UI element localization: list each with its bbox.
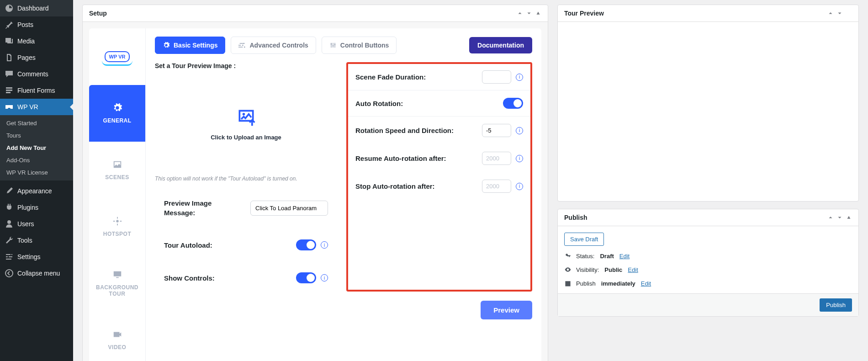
setup-panel-header: Setup [83,5,548,22]
image-icon [112,159,122,170]
monitor-icon [112,270,122,280]
nav-hotspot[interactable]: HOTSPOT [89,198,145,255]
fade-duration-row: Scene Fade Duration: i [348,64,530,90]
video-icon [112,329,122,340]
auto-rotation-toggle[interactable] [503,98,523,109]
sidebar-item-posts[interactable]: Posts [0,16,73,33]
tab-basic-settings[interactable]: Basic Settings [155,37,225,54]
documentation-button[interactable]: Documentation [469,37,532,53]
sidebar-item-users[interactable]: Users [0,216,73,232]
stop-input[interactable] [482,180,511,193]
preview-image-label: Set a Tour Preview Image : [155,62,337,69]
setup-title: Setup [89,10,107,17]
chevron-down-icon[interactable] [526,10,532,16]
preview-message-card: Preview Image Message: [155,190,337,226]
left-settings: Set a Tour Preview Image : Click to Uplo… [155,62,337,292]
triangle-up-icon[interactable] [846,214,852,221]
sidebar-item-appearance[interactable]: Appearance [0,183,73,199]
publish-panel: Publish Save Draft Status: Draft Edit [557,209,859,317]
status-row: Status: Draft Edit [564,252,852,260]
svg-point-4 [244,47,245,48]
upload-hint: This option will not work if the "Tour A… [155,175,337,182]
sidebar-item-pages[interactable]: Pages [0,49,73,66]
tab-label: Control Buttons [340,42,389,49]
tour-preview-header: Tour Preview [558,5,858,22]
help-icon[interactable]: i [516,183,523,190]
svg-point-6 [333,45,334,47]
fade-label: Scene Fade Duration: [355,73,426,81]
preview-msg-input[interactable] [250,201,328,216]
help-icon[interactable]: i [516,155,523,162]
sidebar-item-wp-vr[interactable]: WP VR [0,99,73,115]
svg-point-0 [5,270,13,277]
tab-control-buttons[interactable]: Control Buttons [322,37,397,54]
setup-body: WP VR GENERAL SCENES HOTSPOT [83,22,548,361]
chevron-up-icon[interactable] [827,10,834,16]
preview-msg-label: Preview Image Message: [164,198,228,218]
sidebar-submenu: Get Started Tours Add New Tour Add-Ons W… [0,115,73,180]
chevron-up-icon[interactable] [517,10,523,16]
chevron-down-icon[interactable] [836,10,843,16]
setup-column: Setup WP VR GENERAL [82,5,548,356]
triangle-up-icon[interactable] [535,10,541,16]
show-controls-toggle[interactable] [296,272,316,283]
publish-button[interactable]: Publish [820,298,852,312]
sidebar-item-comments[interactable]: Comments [0,66,73,82]
sub-add-ons[interactable]: Add-Ons [0,154,73,166]
panel-controls [827,10,852,16]
settings-two-col: Set a Tour Preview Image : Click to Uplo… [155,62,532,292]
vr-icon [5,102,14,111]
preview-button[interactable]: Preview [481,301,532,319]
speed-input[interactable] [482,124,511,137]
triangle-up-icon[interactable] [846,10,852,16]
chevron-up-icon[interactable] [827,214,834,221]
sub-tours[interactable]: Tours [0,129,73,142]
upload-text: Click to Upload an Image [211,134,281,141]
sidebar-item-plugins[interactable]: Plugins [0,199,73,216]
sidebar-item-fluent-forms[interactable]: Fluent Forms [0,82,73,99]
autoload-toggle[interactable] [296,239,316,250]
sidebar-item-collapse[interactable]: Collapse menu [0,265,73,281]
edit-visibility[interactable]: Edit [628,266,638,273]
help-icon[interactable]: i [516,127,523,134]
nav-general[interactable]: GENERAL [89,85,145,142]
form-icon [5,86,14,95]
sidebar-item-tools[interactable]: Tools [0,232,73,249]
sidebar-label: Posts [17,21,33,28]
save-draft-button[interactable]: Save Draft [564,233,604,246]
tab-label: Basic Settings [174,42,217,49]
fade-input[interactable] [482,70,511,84]
nav-scenes[interactable]: SCENES [89,142,145,198]
setup-content: Basic Settings Advanced Controls Control… [146,28,541,361]
pin-icon [5,20,14,29]
svg-point-1 [116,220,119,223]
upload-preview-image[interactable]: Click to Upload an Image [155,76,337,172]
sidebar-item-dashboard[interactable]: Dashboard [0,0,73,16]
panel-controls [517,10,541,16]
sidebar-item-media[interactable]: Media [0,33,73,49]
help-icon[interactable]: i [321,241,328,249]
help-icon[interactable]: i [321,274,328,281]
tour-preview-title: Tour Preview [564,10,604,17]
tab-advanced-controls[interactable]: Advanced Controls [231,37,316,54]
edit-status[interactable]: Edit [619,253,630,260]
edit-publish-date[interactable]: Edit [641,280,651,287]
resume-input[interactable] [482,152,511,165]
sub-get-started[interactable]: Get Started [0,117,73,129]
publish-body: Save Draft Status: Draft Edit Visibility… [558,226,858,293]
autoload-label: Tour Autoload: [164,241,212,249]
visibility-value: Public [604,266,622,273]
nav-background-tour[interactable]: BACKGROUND TOUR [89,255,145,312]
svg-point-8 [242,112,245,115]
chevron-down-icon[interactable] [836,214,843,221]
help-icon[interactable]: i [516,74,523,81]
status-value: Draft [600,253,614,260]
resume-label: Resume Auto-rotation after: [355,154,446,162]
sidebar-label: Tools [17,237,32,244]
sub-wp-vr-license[interactable]: WP VR License [0,166,73,179]
sub-add-new-tour[interactable]: Add New Tour [0,142,73,154]
tour-preview-panel: Tour Preview [557,5,859,202]
svg-point-3 [242,45,243,46]
nav-video[interactable]: VIDEO [89,312,145,361]
sidebar-item-settings[interactable]: Settings [0,249,73,265]
